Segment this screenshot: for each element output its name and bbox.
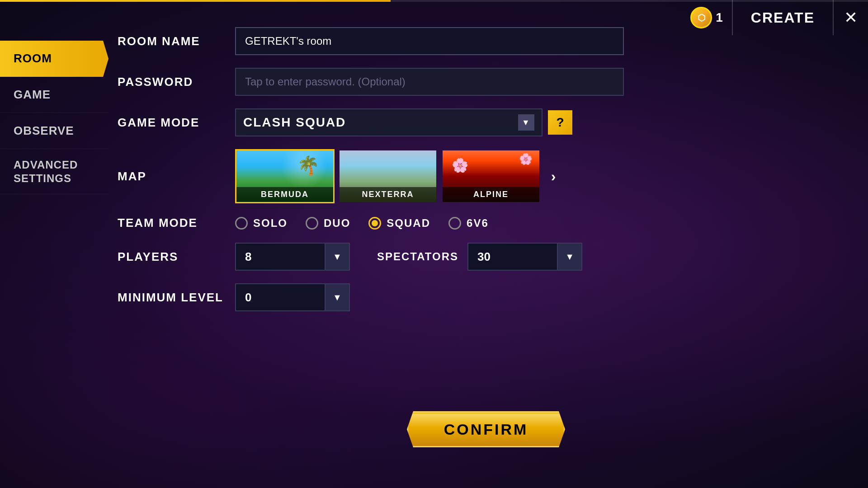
- team-option-duo[interactable]: DUO: [306, 217, 350, 230]
- min-level-row: MINIMUM LEVEL 0 ▼: [118, 283, 854, 311]
- confirm-section: CONFIRM: [118, 411, 854, 447]
- main-content: ROOM NAME PASSWORD GAME MODE CLASH SQUAD…: [118, 27, 854, 461]
- sidebar-item-observe[interactable]: OBSERVE: [0, 113, 108, 149]
- radio-solo: [235, 217, 248, 230]
- sidebar-item-advanced-settings[interactable]: ADVANCED SETTINGS: [0, 149, 108, 194]
- password-input[interactable]: [235, 68, 624, 96]
- team-option-solo[interactable]: SOLO: [235, 217, 288, 230]
- spectators-field-group: 30 ▼: [467, 243, 582, 271]
- map-nexterra[interactable]: NEXTERRA: [338, 149, 438, 203]
- radio-6v6: [448, 217, 461, 230]
- coin-icon: ⬡: [690, 7, 712, 28]
- map-next-arrow[interactable]: ›: [544, 167, 562, 185]
- min-level-dropdown-btn[interactable]: ▼: [326, 283, 350, 311]
- confirm-button[interactable]: CONFIRM: [407, 411, 565, 447]
- game-mode-container: CLASH SQUAD ▼ ?: [235, 108, 572, 136]
- password-label: PASSWORD: [118, 75, 235, 89]
- team-label-squad: SQUAD: [387, 217, 430, 230]
- coin-count: 1: [716, 10, 723, 25]
- password-row: PASSWORD: [118, 68, 854, 96]
- game-mode-arrow: ▼: [518, 114, 534, 131]
- map-row: MAP BERMUDA NEXTERRA ALPINE ›: [118, 149, 854, 203]
- team-label-solo: SOLO: [253, 217, 288, 230]
- players-spectators-group: 8 ▼ SPECTATORS 30 ▼: [235, 243, 582, 271]
- team-label-6v6: 6V6: [467, 217, 489, 230]
- help-button[interactable]: ?: [548, 110, 572, 135]
- sidebar-item-advanced-label: ADVANCED: [14, 159, 78, 171]
- map-alpine-label: ALPINE: [443, 187, 539, 202]
- sidebar-item-room-label: ROOM: [14, 52, 52, 66]
- spectators-value: 30: [467, 243, 558, 271]
- progress-fill: [0, 0, 391, 2]
- players-dropdown-btn[interactable]: ▼: [326, 243, 350, 271]
- min-level-field-group: 0 ▼: [235, 283, 350, 311]
- players-row: PLAYERS 8 ▼ SPECTATORS 30 ▼: [118, 243, 854, 271]
- map-label: MAP: [118, 169, 235, 183]
- map-nexterra-bg: NEXTERRA: [340, 150, 436, 202]
- spectators-dropdown-btn[interactable]: ▼: [558, 243, 582, 271]
- team-label-duo: DUO: [324, 217, 350, 230]
- game-mode-label: GAME MODE: [118, 116, 235, 130]
- team-option-6v6[interactable]: 6V6: [448, 217, 489, 230]
- close-icon: ✕: [844, 8, 858, 27]
- players-field-group: 8 ▼: [235, 243, 350, 271]
- room-name-row: ROOM NAME: [118, 27, 854, 55]
- room-name-input[interactable]: [235, 27, 624, 55]
- players-label: PLAYERS: [118, 250, 235, 264]
- spectators-group: SPECTATORS 30 ▼: [377, 243, 582, 271]
- game-mode-row: GAME MODE CLASH SQUAD ▼ ?: [118, 108, 854, 136]
- map-alpine[interactable]: ALPINE: [441, 149, 541, 203]
- sidebar-item-room[interactable]: ROOM: [0, 41, 108, 77]
- map-container: BERMUDA NEXTERRA ALPINE ›: [235, 149, 562, 203]
- map-bermuda-label: BERMUDA: [236, 187, 333, 202]
- game-mode-dropdown[interactable]: CLASH SQUAD ▼: [235, 108, 542, 136]
- sidebar-item-settings-label: SETTINGS: [14, 172, 71, 185]
- radio-duo: [306, 217, 318, 230]
- sidebar-item-observe-label: OBSERVE: [14, 124, 74, 138]
- map-bermuda[interactable]: BERMUDA: [235, 149, 335, 203]
- min-level-value: 0: [235, 283, 326, 311]
- sidebar-item-game-label: GAME: [14, 88, 51, 102]
- room-name-label: ROOM NAME: [118, 34, 235, 48]
- sidebar-item-game[interactable]: GAME: [0, 77, 108, 113]
- spectators-label: SPECTATORS: [377, 250, 458, 263]
- map-nexterra-label: NEXTERRA: [340, 187, 436, 202]
- min-level-label: MINIMUM LEVEL: [118, 291, 235, 305]
- radio-squad: [368, 217, 381, 230]
- map-alpine-bg: ALPINE: [443, 150, 539, 202]
- game-mode-value: CLASH SQUAD: [243, 115, 346, 130]
- players-value: 8: [235, 243, 326, 271]
- sidebar: ROOM GAME OBSERVE ADVANCED SETTINGS: [0, 36, 108, 194]
- map-bermuda-bg: BERMUDA: [236, 150, 333, 202]
- team-option-squad[interactable]: SQUAD: [368, 217, 430, 230]
- team-mode-row: TEAM MODE SOLO DUO SQUAD 6V6: [118, 216, 854, 230]
- coin-area: ⬡ 1: [681, 7, 732, 28]
- team-mode-options: SOLO DUO SQUAD 6V6: [235, 217, 489, 230]
- team-mode-label: TEAM MODE: [118, 216, 235, 230]
